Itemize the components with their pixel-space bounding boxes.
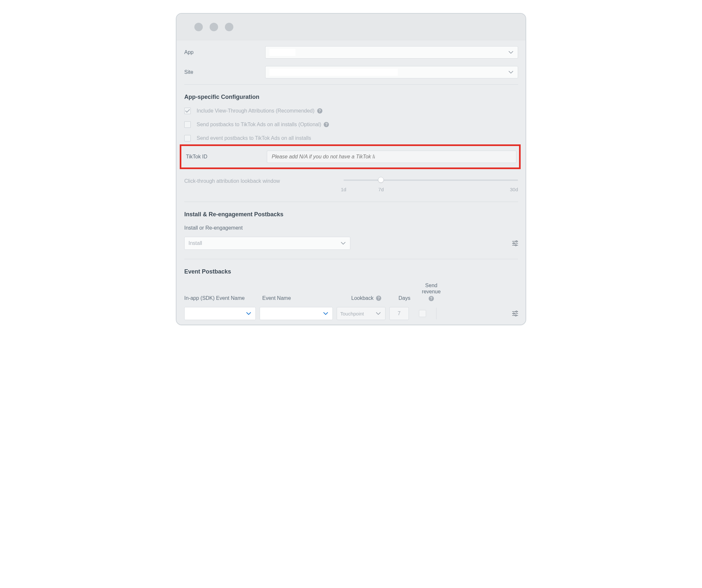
traffic-light-green[interactable]	[225, 23, 233, 31]
checkbox-vta[interactable]	[184, 108, 191, 114]
lookback-slider-row: Click-through attribution lookback windo…	[184, 177, 518, 187]
col-revenue: Send revenue ?	[417, 282, 446, 301]
svg-point-1	[516, 241, 517, 242]
svg-point-9	[513, 313, 514, 314]
site-row: Site	[184, 66, 518, 78]
slider-thumb[interactable]	[378, 177, 384, 183]
form-content: App Site App-specific Configuration	[177, 40, 525, 324]
app-label: App	[184, 50, 265, 55]
event-name-select[interactable]	[260, 307, 333, 320]
lookback-slider-label: Click-through attribution lookback windo…	[184, 177, 344, 184]
revenue-checkbox[interactable]	[419, 310, 426, 317]
tiktok-id-input-ext[interactable]	[379, 151, 516, 163]
checkbox-postback-row: Send postbacks to TikTok Ads on all inst…	[184, 121, 518, 128]
help-icon[interactable]: ?	[429, 296, 434, 301]
sliders-icon[interactable]	[512, 240, 518, 246]
help-icon[interactable]: ?	[376, 296, 381, 301]
divider	[184, 202, 518, 202]
touchpoint-select[interactable]: Touchpoint	[337, 307, 385, 320]
app-window: App Site App-specific Configuration	[176, 13, 526, 325]
checkbox-postback[interactable]	[184, 121, 191, 128]
site-label: Site	[184, 69, 265, 75]
svg-point-3	[513, 242, 514, 244]
app-row: App	[184, 46, 518, 59]
col-days: Days	[392, 295, 417, 301]
event-headers: In-app (SDK) Event Name Event Name Lookb…	[184, 282, 518, 301]
postbacks-section-title: Install & Re-engagement Postbacks	[184, 211, 518, 218]
svg-point-5	[515, 244, 516, 246]
config-section-title: App-specific Configuration	[184, 94, 518, 100]
help-icon[interactable]: ?	[317, 108, 322, 113]
divider	[184, 84, 518, 85]
chevron-down-icon	[246, 312, 251, 315]
site-select[interactable]	[265, 66, 518, 78]
traffic-light-red[interactable]	[194, 23, 203, 31]
col-sdk-event: In-app (SDK) Event Name	[184, 295, 262, 301]
chevron-down-icon	[509, 71, 513, 74]
tiktok-id-highlight: TikTok ID	[180, 144, 521, 169]
checkbox-event-postback-row: Send event postbacks to TikTok Ads on al…	[184, 135, 518, 141]
help-icon[interactable]: ?	[324, 122, 329, 127]
checkbox-event-postback[interactable]	[184, 135, 191, 141]
chevron-down-icon	[323, 312, 328, 315]
divider	[184, 259, 518, 259]
divider-vertical	[436, 308, 437, 319]
postback-select-row: Install	[184, 237, 518, 250]
sliders-icon[interactable]	[512, 311, 518, 316]
app-select[interactable]	[265, 46, 518, 59]
traffic-light-yellow[interactable]	[210, 23, 218, 31]
days-input[interactable]: 7	[389, 307, 409, 320]
checkbox-vta-row: Include View-Through Attributions (Recom…	[184, 108, 518, 114]
lookback-slider[interactable]: 1d 7d 30d	[344, 179, 518, 187]
tiktok-id-input[interactable]	[267, 151, 379, 163]
chevron-down-icon	[341, 242, 345, 244]
checkbox-vta-label: Include View-Through Attributions (Recom…	[197, 108, 322, 114]
install-select[interactable]: Install	[184, 237, 350, 250]
sdk-event-select[interactable]	[184, 307, 256, 320]
window-titlebar	[177, 14, 525, 40]
svg-point-11	[515, 315, 516, 316]
col-lookback: Lookback ?	[340, 295, 392, 301]
events-section-title: Event Postbacks	[184, 268, 518, 275]
svg-point-7	[516, 311, 517, 312]
slider-track	[344, 180, 518, 181]
tiktok-id-label: TikTok ID	[186, 154, 267, 160]
checkbox-event-postback-label: Send event postbacks to TikTok Ads on al…	[197, 135, 311, 141]
event-row: Touchpoint 7	[184, 307, 518, 320]
col-event-name: Event Name	[262, 295, 340, 301]
postbacks-sub-label: Install or Re-engagement	[184, 225, 518, 231]
chevron-down-icon	[376, 312, 380, 315]
chevron-down-icon	[509, 51, 513, 54]
checkbox-postback-label: Send postbacks to TikTok Ads on all inst…	[197, 122, 329, 127]
